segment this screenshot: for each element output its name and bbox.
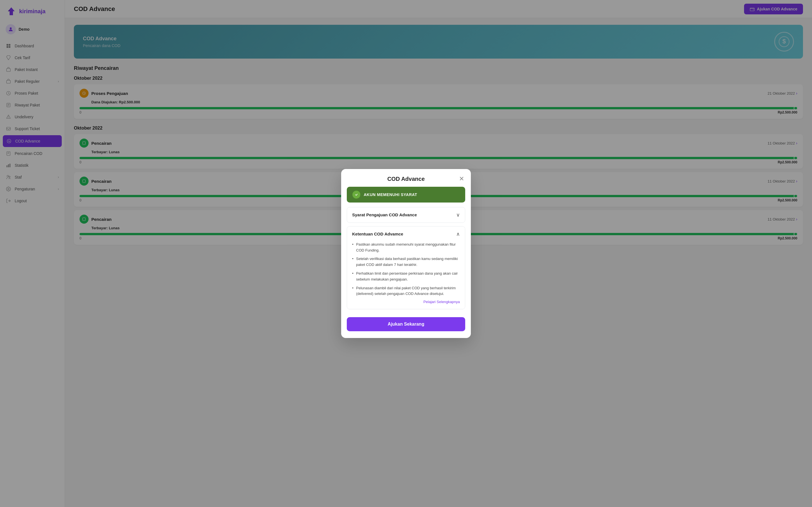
list-item: Pastikan akunmu sudah memenuhi syarat me…	[352, 242, 460, 253]
modal-header: COD Advance ✕	[341, 169, 471, 187]
status-bar-text: AKUN MEMENUHI SYARAT	[364, 192, 417, 197]
accordion-syarat-header[interactable]: Syarat Pengajuan COD Advance ∨	[347, 207, 465, 223]
modal-overlay[interactable]: COD Advance ✕ AKUN MEMENUHI SYARAT Syara…	[0, 0, 812, 507]
status-bar: AKUN MEMENUHI SYARAT	[347, 187, 465, 203]
list-item: Perhatikan limit dan persentase perkiraa…	[352, 271, 460, 283]
accordion-ketentuan-content: Pastikan akunmu sudah memenuhi syarat me…	[347, 242, 465, 309]
check-circle-icon	[352, 191, 360, 199]
accordion-ketentuan: Ketentuan COD Advamce ∧ Pastikan akunmu …	[347, 226, 465, 309]
accordion-ketentuan-header[interactable]: Ketentuan COD Advamce ∧	[347, 226, 465, 242]
svg-point-37	[354, 193, 358, 196]
accordion-ketentuan-title: Ketentuan COD Advamce	[352, 231, 403, 236]
modal-close-button[interactable]: ✕	[458, 175, 465, 183]
modal-cod-advance: COD Advance ✕ AKUN MEMENUHI SYARAT Syara…	[341, 169, 471, 338]
close-icon: ✕	[459, 175, 464, 182]
accordion-syarat-title: Syarat Pengajuan COD Advance	[352, 212, 417, 217]
list-item: Pelunasan diambil dari nilai paket COD y…	[352, 285, 460, 297]
chevron-down-icon: ∨	[456, 212, 460, 218]
modal-body: AKUN MEMENUHI SYARAT Syarat Pengajuan CO…	[341, 187, 471, 338]
modal-title: COD Advance	[388, 176, 425, 182]
learn-more-link[interactable]: Pelajari Selengkapnya	[352, 300, 460, 304]
ketentuan-list: Pastikan akunmu sudah memenuhi syarat me…	[352, 242, 460, 297]
chevron-up-icon: ∧	[456, 231, 460, 237]
list-item: Setelah verifikasi data berhasil pastika…	[352, 256, 460, 268]
accordion-syarat: Syarat Pengajuan COD Advance ∨	[347, 207, 465, 223]
ajukan-sekarang-button[interactable]: Ajukan Sekarang	[347, 317, 465, 331]
